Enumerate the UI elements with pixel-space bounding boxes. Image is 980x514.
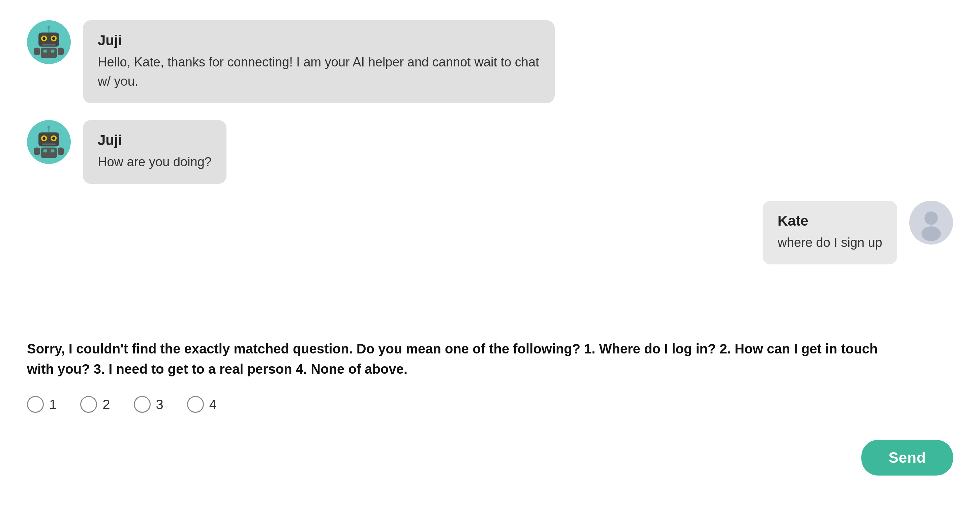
chat-container: Juji Hello, Kate, thanks for connecting!…	[0, 0, 980, 302]
radio-option-1[interactable]: 1	[27, 396, 57, 413]
radio-label-3: 3	[156, 397, 164, 412]
user-avatar	[909, 201, 953, 244]
radio-circle-3[interactable]	[134, 396, 151, 413]
svg-rect-27	[57, 148, 64, 155]
svg-point-30	[921, 226, 940, 241]
user-bubble: Kate where do I sign up	[763, 201, 897, 264]
svg-point-20	[43, 137, 46, 140]
bot-text-2: How are you doing?	[98, 152, 212, 172]
svg-point-29	[924, 211, 938, 225]
user-name: Kate	[778, 213, 882, 229]
bot-name-2: Juji	[98, 132, 212, 148]
bot-bubble-1: Juji Hello, Kate, thanks for connecting!…	[83, 20, 555, 103]
radio-label-4: 4	[209, 397, 217, 412]
radio-option-2[interactable]: 2	[80, 396, 110, 413]
svg-point-21	[52, 137, 55, 140]
radio-circle-1[interactable]	[27, 396, 44, 413]
bot-avatar-2	[27, 120, 71, 164]
svg-rect-25	[51, 149, 55, 152]
svg-point-2	[48, 26, 51, 29]
message-row-1: Juji Hello, Kate, thanks for connecting!…	[27, 20, 953, 103]
svg-rect-22	[42, 143, 56, 145]
bot-bubble-2: Juji How are you doing?	[83, 120, 226, 184]
message-row-user: Kate where do I sign up	[27, 201, 953, 264]
user-text: where do I sign up	[778, 233, 882, 252]
bot-text-1: Hello, Kate, thanks for connecting! I am…	[98, 53, 540, 91]
divider	[0, 302, 980, 329]
user-icon	[913, 204, 950, 241]
send-row: Send	[0, 440, 980, 476]
send-button[interactable]: Send	[861, 440, 953, 476]
bot-avatar-1	[27, 20, 71, 64]
radio-circle-2[interactable]	[80, 396, 97, 413]
bot-name-1: Juji	[98, 32, 540, 49]
svg-rect-26	[34, 148, 40, 155]
robot-icon-2	[30, 123, 67, 161]
svg-point-16	[48, 126, 51, 129]
svg-rect-12	[34, 48, 40, 55]
svg-rect-10	[43, 49, 47, 53]
radio-group: 1 2 3 4	[27, 396, 953, 413]
robot-icon	[30, 24, 67, 61]
radio-label-2: 2	[102, 397, 110, 412]
svg-rect-24	[43, 149, 47, 152]
clarification-section: Sorry, I couldn't find the exactly match…	[0, 338, 980, 413]
svg-rect-13	[57, 48, 64, 55]
message-row-2: Juji How are you doing?	[27, 120, 953, 184]
radio-label-1: 1	[49, 397, 57, 412]
svg-rect-8	[42, 43, 56, 46]
radio-option-4[interactable]: 4	[187, 396, 217, 413]
svg-rect-9	[41, 48, 57, 58]
svg-point-7	[52, 37, 55, 40]
radio-option-3[interactable]: 3	[134, 396, 164, 413]
svg-rect-23	[41, 148, 57, 158]
radio-circle-4[interactable]	[187, 396, 204, 413]
svg-rect-11	[51, 49, 55, 53]
clarification-text: Sorry, I couldn't find the exactly match…	[27, 338, 903, 379]
svg-point-6	[43, 37, 46, 40]
